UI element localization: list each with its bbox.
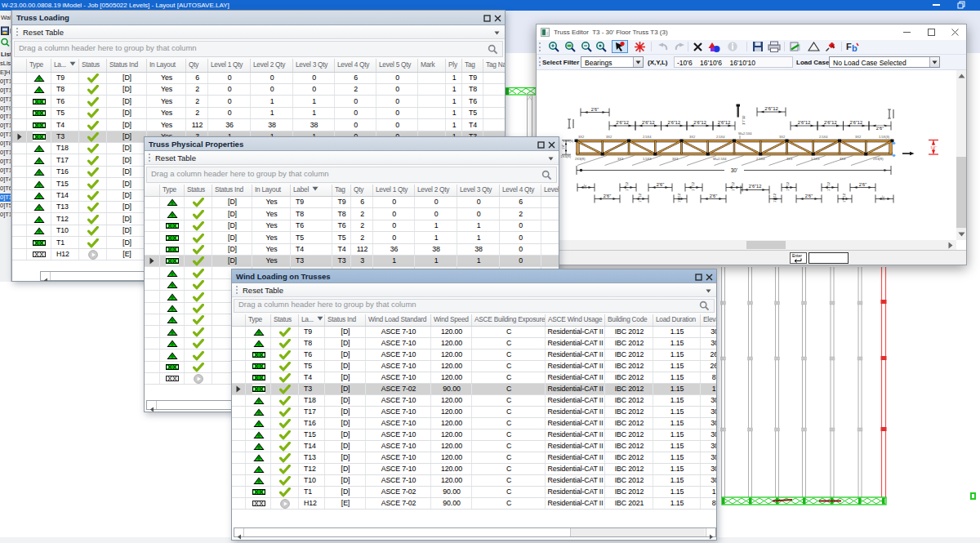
svg-text:2'6": 2'6" xyxy=(604,194,611,198)
svg-text:1'7"12: 1'7"12 xyxy=(677,193,681,203)
svg-text:1'7"12: 1'7"12 xyxy=(638,193,642,203)
svg-text:3X2: 3X2 xyxy=(578,135,585,139)
svg-text:2'6": 2'6" xyxy=(805,194,813,198)
svg-text:2'6"12: 2'6"12 xyxy=(642,120,655,125)
svg-text:1'7"12: 1'7"12 xyxy=(742,115,746,125)
svg-text:2'6"12: 2'6"12 xyxy=(824,120,837,125)
svg-text:3X2: 3X2 xyxy=(689,135,696,139)
svg-text:1.5X(3): 1.5X(3) xyxy=(879,135,890,139)
svg-text:2X3(R): 2X3(R) xyxy=(575,157,586,161)
svg-text:1'7"12: 1'7"12 xyxy=(625,181,629,191)
svg-text:2'6"12: 2'6"12 xyxy=(764,106,778,111)
svg-text:W=2.5X4: W=2.5X4 xyxy=(738,131,752,136)
svg-text:3X3: 3X3 xyxy=(786,157,793,161)
svg-text:b: b xyxy=(852,43,858,52)
svg-text:2'6"12: 2'6"12 xyxy=(850,120,863,125)
svg-text:1'7"12: 1'7"12 xyxy=(842,193,846,203)
svg-text:1'6": 1'6" xyxy=(881,195,885,201)
svg-text:1'7"12: 1'7"12 xyxy=(691,181,695,191)
svg-text:1.5X3: 1.5X3 xyxy=(643,157,652,161)
svg-text:F: F xyxy=(846,42,852,51)
svg-text:2.5X4: 2.5X4 xyxy=(819,135,828,139)
svg-text:2'6": 2'6" xyxy=(657,182,664,187)
svg-text:2.5X4: 2.5X4 xyxy=(643,135,652,139)
svg-text:2'6"12: 2'6"12 xyxy=(718,120,731,125)
svg-text:2X3(R): 2X3(R) xyxy=(873,157,884,161)
svg-text:3X2: 3X2 xyxy=(606,135,612,139)
svg-text:2'6"12: 2'6"12 xyxy=(616,120,629,125)
svg-text:2.5X4: 2.5X4 xyxy=(756,157,765,161)
svg-text:2'6": 2'6" xyxy=(859,182,866,187)
svg-text:1'7"12: 1'7"12 xyxy=(786,181,790,191)
svg-text:2.5X4: 2.5X4 xyxy=(716,135,725,139)
svg-text:1.5X3: 1.5X3 xyxy=(811,157,820,161)
svg-text:2'6": 2'6" xyxy=(591,107,599,112)
svg-text:2'6"12: 2'6"12 xyxy=(749,184,762,189)
svg-text:2'6": 2'6" xyxy=(876,126,884,131)
svg-text:2'6"12: 2'6"12 xyxy=(693,120,706,125)
svg-text:3X3: 3X3 xyxy=(617,157,624,161)
svg-text:2'6"12: 2'6"12 xyxy=(668,120,681,125)
svg-text:3X2: 3X2 xyxy=(779,135,786,139)
svg-text:30': 30' xyxy=(731,167,737,173)
svg-text:3X3: 3X3 xyxy=(840,157,846,161)
svg-text:1'6": 1'6" xyxy=(583,184,587,189)
svg-text:1/4": 1/4" xyxy=(930,145,937,149)
svg-text:1'7"12: 1'7"12 xyxy=(731,181,735,191)
svg-text:3X3: 3X3 xyxy=(672,157,679,161)
svg-text:3X2: 3X2 xyxy=(855,135,862,139)
svg-text:W=2.5X4: W=2.5X4 xyxy=(713,157,727,161)
svg-text:1'7"12: 1'7"12 xyxy=(773,193,777,203)
svg-text:1'4": 1'4" xyxy=(561,144,565,149)
svg-text:2'6": 2'6" xyxy=(710,194,717,198)
svg-text:1'7"12: 1'7"12 xyxy=(826,181,831,191)
svg-text:2'6"12: 2'6"12 xyxy=(798,120,811,125)
